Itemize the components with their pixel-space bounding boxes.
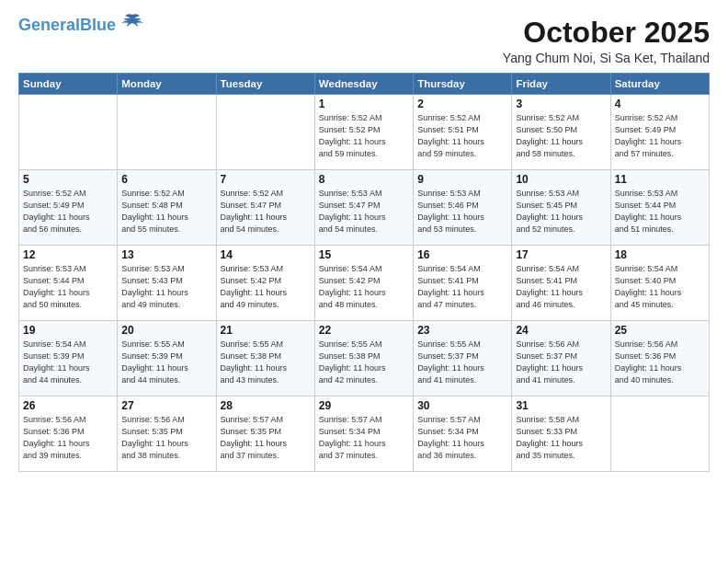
- day-number: 3: [516, 98, 606, 110]
- calendar-cell: 7Sunrise: 5:52 AM Sunset: 5:47 PM Daylig…: [216, 170, 314, 246]
- day-number: 20: [121, 324, 211, 337]
- calendar-header-row: SundayMondayTuesdayWednesdayThursdayFrid…: [19, 74, 710, 95]
- day-number: 2: [417, 98, 507, 110]
- day-info: Sunrise: 5:57 AM Sunset: 5:35 PM Dayligh…: [221, 414, 311, 462]
- day-info: Sunrise: 5:56 AM Sunset: 5:36 PM Dayligh…: [615, 339, 705, 386]
- day-number: 27: [121, 399, 211, 412]
- calendar-header-tuesday: Tuesday: [216, 74, 314, 95]
- day-info: Sunrise: 5:56 AM Sunset: 5:37 PM Dayligh…: [516, 339, 606, 386]
- day-info: Sunrise: 5:57 AM Sunset: 5:34 PM Dayligh…: [417, 414, 507, 462]
- calendar-header-thursday: Thursday: [414, 74, 512, 95]
- day-number: 24: [516, 324, 606, 337]
- calendar-cell: 17Sunrise: 5:54 AM Sunset: 5:41 PM Dayli…: [512, 246, 610, 321]
- day-number: 30: [417, 399, 507, 412]
- day-info: Sunrise: 5:54 AM Sunset: 5:41 PM Dayligh…: [516, 263, 606, 311]
- calendar-cell: 1Sunrise: 5:52 AM Sunset: 5:52 PM Daylig…: [314, 95, 413, 170]
- calendar-header-friday: Friday: [512, 74, 610, 95]
- calendar-cell: 2Sunrise: 5:52 AM Sunset: 5:51 PM Daylig…: [414, 95, 512, 170]
- day-info: Sunrise: 5:52 AM Sunset: 5:50 PM Dayligh…: [516, 112, 606, 160]
- day-number: 7: [221, 173, 311, 186]
- day-number: 1: [319, 98, 409, 110]
- calendar-cell: 22Sunrise: 5:55 AM Sunset: 5:38 PM Dayli…: [314, 321, 413, 396]
- day-info: Sunrise: 5:58 AM Sunset: 5:33 PM Dayligh…: [516, 414, 606, 462]
- calendar: SundayMondayTuesdayWednesdayThursdayFrid…: [18, 73, 710, 472]
- day-info: Sunrise: 5:57 AM Sunset: 5:34 PM Dayligh…: [319, 414, 409, 462]
- calendar-cell: 31Sunrise: 5:58 AM Sunset: 5:33 PM Dayli…: [512, 396, 610, 472]
- day-number: 17: [516, 248, 606, 261]
- calendar-cell: 23Sunrise: 5:55 AM Sunset: 5:37 PM Dayli…: [414, 321, 512, 396]
- day-number: 28: [221, 399, 311, 412]
- day-number: 8: [319, 173, 409, 186]
- calendar-cell: 8Sunrise: 5:53 AM Sunset: 5:47 PM Daylig…: [314, 170, 413, 246]
- day-info: Sunrise: 5:53 AM Sunset: 5:47 PM Dayligh…: [319, 188, 409, 236]
- calendar-header-monday: Monday: [118, 74, 216, 95]
- calendar-week-row: 12Sunrise: 5:53 AM Sunset: 5:44 PM Dayli…: [19, 246, 710, 321]
- day-number: 15: [319, 248, 409, 261]
- calendar-week-row: 26Sunrise: 5:56 AM Sunset: 5:36 PM Dayli…: [19, 396, 710, 472]
- calendar-week-row: 1Sunrise: 5:52 AM Sunset: 5:52 PM Daylig…: [19, 95, 710, 170]
- day-number: 10: [516, 173, 606, 186]
- calendar-cell: [216, 95, 314, 170]
- day-number: 22: [319, 324, 409, 337]
- calendar-header-saturday: Saturday: [610, 74, 709, 95]
- title-block: October 2025 Yang Chum Noi, Si Sa Ket, T…: [503, 17, 710, 65]
- day-info: Sunrise: 5:52 AM Sunset: 5:51 PM Dayligh…: [417, 112, 507, 160]
- calendar-week-row: 5Sunrise: 5:52 AM Sunset: 5:49 PM Daylig…: [19, 170, 710, 246]
- calendar-cell: 25Sunrise: 5:56 AM Sunset: 5:36 PM Dayli…: [610, 321, 709, 396]
- calendar-cell: 20Sunrise: 5:55 AM Sunset: 5:39 PM Dayli…: [118, 321, 216, 396]
- day-number: 14: [221, 248, 311, 261]
- calendar-cell: 6Sunrise: 5:52 AM Sunset: 5:48 PM Daylig…: [118, 170, 216, 246]
- day-number: 13: [121, 248, 211, 261]
- day-info: Sunrise: 5:53 AM Sunset: 5:43 PM Dayligh…: [121, 263, 211, 311]
- day-number: 31: [516, 399, 606, 412]
- month-title: October 2025: [503, 17, 710, 49]
- day-info: Sunrise: 5:53 AM Sunset: 5:42 PM Dayligh…: [221, 263, 311, 311]
- calendar-cell: 15Sunrise: 5:54 AM Sunset: 5:42 PM Dayli…: [314, 246, 413, 321]
- calendar-cell: 13Sunrise: 5:53 AM Sunset: 5:43 PM Dayli…: [118, 246, 216, 321]
- calendar-cell: 9Sunrise: 5:53 AM Sunset: 5:46 PM Daylig…: [414, 170, 512, 246]
- calendar-cell: [118, 95, 216, 170]
- calendar-cell: 26Sunrise: 5:56 AM Sunset: 5:36 PM Dayli…: [19, 396, 118, 472]
- calendar-cell: 21Sunrise: 5:55 AM Sunset: 5:38 PM Dayli…: [216, 321, 314, 396]
- calendar-cell: [19, 95, 118, 170]
- calendar-cell: 18Sunrise: 5:54 AM Sunset: 5:40 PM Dayli…: [610, 246, 709, 321]
- location-title: Yang Chum Noi, Si Sa Ket, Thailand: [503, 51, 710, 65]
- day-number: 23: [417, 324, 507, 337]
- calendar-cell: 16Sunrise: 5:54 AM Sunset: 5:41 PM Dayli…: [414, 246, 512, 321]
- day-number: 9: [417, 173, 507, 186]
- day-info: Sunrise: 5:55 AM Sunset: 5:38 PM Dayligh…: [319, 339, 409, 386]
- day-info: Sunrise: 5:55 AM Sunset: 5:37 PM Dayligh…: [417, 339, 507, 386]
- day-info: Sunrise: 5:54 AM Sunset: 5:41 PM Dayligh…: [417, 263, 507, 311]
- logo: GeneralBlue: [18, 17, 145, 33]
- day-info: Sunrise: 5:54 AM Sunset: 5:39 PM Dayligh…: [23, 339, 113, 386]
- calendar-week-row: 19Sunrise: 5:54 AM Sunset: 5:39 PM Dayli…: [19, 321, 710, 396]
- calendar-cell: 28Sunrise: 5:57 AM Sunset: 5:35 PM Dayli…: [216, 396, 314, 472]
- day-info: Sunrise: 5:53 AM Sunset: 5:46 PM Dayligh…: [417, 188, 507, 236]
- day-number: 12: [23, 248, 113, 261]
- logo-blue: Blue: [80, 16, 116, 34]
- day-number: 25: [615, 324, 705, 337]
- calendar-header-wednesday: Wednesday: [314, 74, 413, 95]
- day-number: 5: [23, 173, 113, 186]
- calendar-cell: 3Sunrise: 5:52 AM Sunset: 5:50 PM Daylig…: [512, 95, 610, 170]
- day-info: Sunrise: 5:54 AM Sunset: 5:42 PM Dayligh…: [319, 263, 409, 311]
- calendar-cell: 12Sunrise: 5:53 AM Sunset: 5:44 PM Dayli…: [19, 246, 118, 321]
- logo-general: General: [18, 16, 80, 34]
- calendar-cell: 29Sunrise: 5:57 AM Sunset: 5:34 PM Dayli…: [314, 396, 413, 472]
- calendar-cell: 11Sunrise: 5:53 AM Sunset: 5:44 PM Dayli…: [610, 170, 709, 246]
- day-info: Sunrise: 5:53 AM Sunset: 5:44 PM Dayligh…: [23, 263, 113, 311]
- day-number: 29: [319, 399, 409, 412]
- day-number: 26: [23, 399, 113, 412]
- day-info: Sunrise: 5:53 AM Sunset: 5:45 PM Dayligh…: [516, 188, 606, 236]
- day-number: 18: [615, 248, 705, 261]
- calendar-cell: 30Sunrise: 5:57 AM Sunset: 5:34 PM Dayli…: [414, 396, 512, 472]
- calendar-cell: 19Sunrise: 5:54 AM Sunset: 5:39 PM Dayli…: [19, 321, 118, 396]
- day-number: 19: [23, 324, 113, 337]
- day-number: 21: [221, 324, 311, 337]
- logo-bird-icon: [119, 13, 145, 29]
- calendar-cell: 4Sunrise: 5:52 AM Sunset: 5:49 PM Daylig…: [610, 95, 709, 170]
- day-info: Sunrise: 5:52 AM Sunset: 5:52 PM Dayligh…: [319, 112, 409, 160]
- day-number: 11: [615, 173, 705, 186]
- day-info: Sunrise: 5:52 AM Sunset: 5:47 PM Dayligh…: [221, 188, 311, 236]
- header: GeneralBlue October 2025 Yang Chum Noi, …: [18, 17, 710, 65]
